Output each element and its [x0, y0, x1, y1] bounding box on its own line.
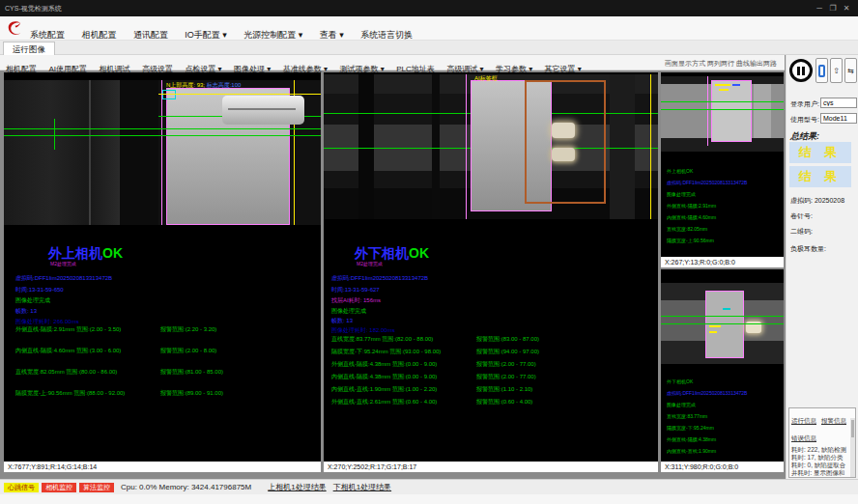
display-mode-text: 画面显示方式 两列两行 曲线输出两路: [665, 59, 777, 69]
virtual-code-text: 虚拟码:DFF1Iim2025020813313472B: [331, 274, 428, 283]
ai-box: [525, 80, 606, 204]
cursor-coords: X:7677;Y:891;R:14;G:14;B:14: [4, 462, 321, 472]
time-text: 时间:13-31-59-627: [331, 286, 380, 294]
export-icon: ⇧: [833, 67, 840, 75]
user-input[interactable]: [820, 98, 857, 108]
thumb-image: [661, 283, 784, 364]
app-logo-icon: [6, 19, 24, 38]
corner-marker: [162, 90, 176, 99]
switch-icon: ⇆: [847, 67, 854, 75]
minimize-icon[interactable]: ─: [813, 0, 826, 16]
log-text: 耗时: 222, 缺陷检测耗时: 17, 缺陷分类耗时: 0, 缺陷提取合并耗时…: [789, 445, 855, 478]
status-bar: 心跳信号 相机监控 算法监控 Cpu: 0.0% Memory: 3424.41…: [0, 479, 858, 494]
camera-monitor-badge: 相机监控: [42, 483, 76, 492]
time-text: 时间:13-31-59-650: [15, 286, 64, 294]
qr-code-label: 二维码:: [790, 227, 813, 237]
measurement-list: 外侧直线-隔膜:2.91mm 范围:(2.00 - 3.50)报警范围:(2.2…: [15, 325, 315, 410]
toolbar: 相机配置 AI使用配置 相机调试 高级设置 点检设置 ▾ 图像处理 ▾ 基准线参…: [0, 55, 785, 70]
log-tab-run[interactable]: 运行信息: [791, 417, 816, 426]
result-box-lower: 结 果: [789, 166, 851, 187]
algo-monitor-badge: 算法监控: [79, 483, 114, 492]
switch-button[interactable]: ⇆: [844, 58, 857, 83]
close-icon[interactable]: ✕: [840, 0, 853, 16]
cpu-memory-text: Cpu: 0.0% Memory: 3424.41796875M: [121, 483, 251, 491]
frame-count-text: 帧数: 13: [15, 307, 37, 316]
model-label: 使用型号:: [790, 115, 819, 125]
device-button[interactable]: [815, 58, 828, 83]
camera-thumb-upper[interactable]: 外上相机OK 虚拟码:DFF1Iim2025020813313472B 图像处理…: [661, 72, 784, 267]
process-done-text: 图像处理完成: [15, 296, 50, 305]
device-icon: [818, 65, 825, 77]
user-label: 登录用户:: [790, 99, 819, 109]
pause-icon: [802, 67, 805, 75]
virtual-code-text: 虚拟码:DFF1Iim2025020813313472B: [15, 274, 112, 283]
result-box-upper: 结 果: [789, 142, 851, 163]
heartbeat-badge: 心跳信号: [4, 483, 39, 492]
log-tab-error[interactable]: 错误信息: [791, 434, 816, 443]
tab-row: 运行图像: [0, 41, 858, 55]
frame-count-text: 帧数: 13: [331, 317, 353, 325]
maximize-icon[interactable]: ❐: [826, 0, 840, 16]
tab-count-label: 负极耳数量:: [790, 244, 826, 254]
thumb-text-block: 外下相机OK 虚拟码:DFF1Iim2025020813313472B 图像处理…: [667, 376, 747, 457]
camera-view-lower[interactable]: AI标签框 外下相机OK M2处理完成 虚拟码:DFF1Iim202502081…: [324, 72, 658, 472]
lower-camera-result-link[interactable]: 下相机1处理结果: [333, 482, 391, 492]
export-button[interactable]: ⇧: [830, 58, 843, 83]
tab-run-image[interactable]: 运行图像: [3, 42, 55, 55]
log-tab-alarm[interactable]: 报警信息: [821, 417, 846, 426]
window-title: CYS-视觉检测系统: [5, 0, 62, 16]
upper-camera-result-link[interactable]: 上相机1处理结果: [268, 482, 326, 492]
pause-icon: [797, 67, 800, 75]
ai-label: AI标签框: [474, 74, 498, 83]
log-box: 运行信息报警信息错误信息 耗时: 222, 缺陷检测耗时: 17, 缺陷分类耗时…: [788, 407, 856, 478]
led-spot: [552, 148, 575, 161]
elapsed-text: 图像处理耗时: 182.00ms: [331, 326, 395, 335]
camera-subtitle: M2处理完成: [50, 261, 76, 266]
camera-image-upper: N上部高度: 93; 标志高度:100: [4, 80, 321, 225]
measurement-list: 直线宽度:83.77mm 范围:(82.00 - 88.00)报警范围:(83.…: [331, 335, 654, 410]
model-input[interactable]: [820, 113, 857, 124]
gripper-arm: [222, 96, 304, 125]
footer-strip: [0, 494, 858, 504]
thumb-text-block: 外上相机OK 虚拟码:DFF1Iim2025020813313472B 图像处理…: [667, 165, 747, 246]
camera-thumb-lower[interactable]: 外下相机OK 虚拟码:DFF1Iim2025020813313472B 图像处理…: [661, 269, 784, 472]
reel-number-label: 卷针号:: [790, 211, 813, 221]
window-controls: ─❐✕: [813, 0, 853, 16]
log-scrollbar[interactable]: [850, 418, 855, 477]
pause-button[interactable]: [789, 59, 813, 82]
process-done-text: 图像处理完成: [331, 307, 366, 316]
camera-view-upper[interactable]: N上部高度: 93; 标志高度:100 外上相机OK M2处理完成 虚拟码:DF…: [4, 72, 321, 472]
camera-image-lower: AI标签框: [324, 74, 658, 219]
menubar: 系统配置 相机配置 通讯配置 IO手配置 ▾ 光源控制配置 ▾ 查看 ▾ 系统语…: [0, 16, 858, 41]
camera-subtitle: M2处理完成: [357, 261, 383, 266]
cursor-coords: X:267;Y:13;R:0;G:0;B:0: [661, 257, 784, 267]
ai-elapsed-text: 找层AI耗时: 156ms: [331, 296, 381, 305]
cursor-coords: X:270;Y:2502;R:17;G:17;B:17: [324, 462, 658, 472]
led-spot: [552, 123, 575, 138]
virtual-code-label: 虚拟码: 20250208: [790, 196, 844, 206]
height-annotation: N上部高度: 93; 标志高度:100: [166, 81, 241, 90]
cursor-coords: X:311;Y:980;R:0;G:0;B:0: [661, 462, 784, 472]
sidebar: ⇧ ⇆ 登录用户: 使用型号: 总结果: 结 果 结 果 虚拟码: 202502…: [786, 55, 858, 479]
titlebar: CYS-视觉检测系统 ─❐✕: [0, 0, 858, 16]
thumb-image: [661, 76, 784, 152]
